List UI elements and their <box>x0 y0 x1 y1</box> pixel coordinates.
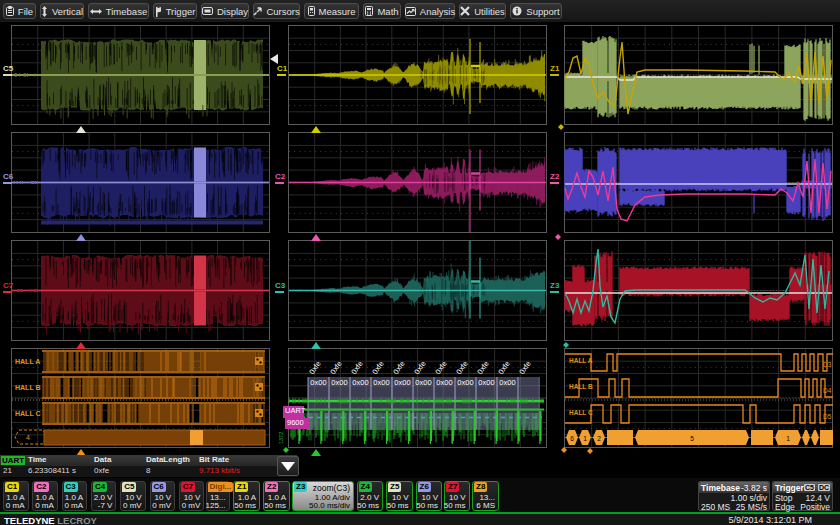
svg-text:0x00: 0x00 <box>331 378 347 387</box>
svg-text:0x00: 0x00 <box>499 378 515 387</box>
svg-text:0x00: 0x00 <box>478 378 494 387</box>
svg-text:1: 1 <box>583 435 587 442</box>
svg-text:0x00: 0x00 <box>415 378 431 387</box>
svg-text:D5: D5 <box>823 413 832 420</box>
svg-text:1: 1 <box>786 435 790 442</box>
svg-text:D3: D3 <box>823 361 832 368</box>
svg-text:0x00: 0x00 <box>373 378 389 387</box>
svg-text:0x00: 0x00 <box>436 378 452 387</box>
svg-text:4: 4 <box>26 434 30 441</box>
svg-text:0x00: 0x00 <box>352 378 368 387</box>
svg-text:0x00: 0x00 <box>310 378 326 387</box>
svg-text:D4: D4 <box>823 387 832 394</box>
svg-text:HALL B: HALL B <box>15 384 41 391</box>
svg-text:0x00: 0x00 <box>457 378 473 387</box>
svg-text:HALL C: HALL C <box>569 409 593 416</box>
svg-text:HALL B: HALL B <box>569 383 593 390</box>
svg-text:0x00: 0x00 <box>394 378 410 387</box>
svg-text:HALL A: HALL A <box>15 358 40 365</box>
svg-text:HALL A: HALL A <box>569 357 593 364</box>
svg-text:2: 2 <box>597 435 601 442</box>
svg-text:5: 5 <box>690 435 694 442</box>
svg-text:HALL C: HALL C <box>15 410 41 417</box>
svg-text:6: 6 <box>570 435 574 442</box>
